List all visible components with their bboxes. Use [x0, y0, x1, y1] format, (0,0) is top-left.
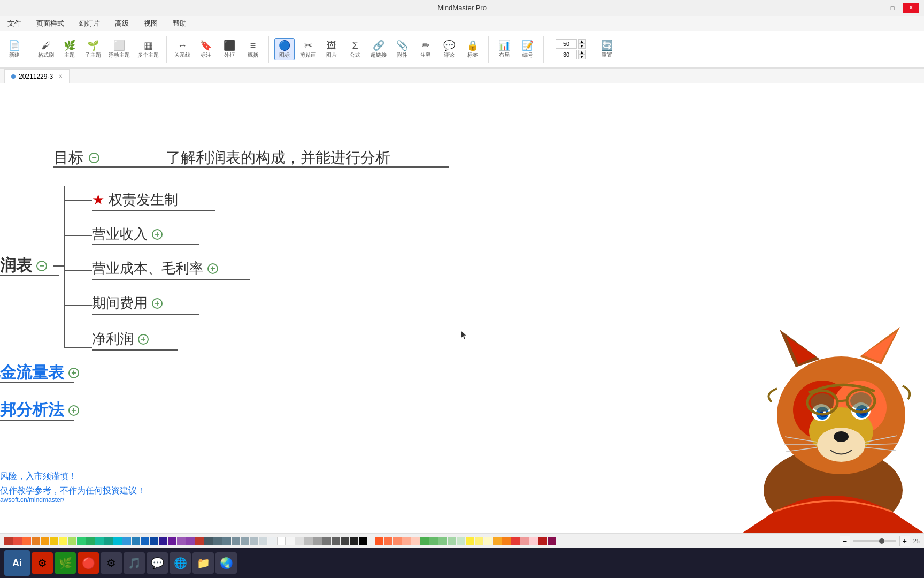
menu-slideshow[interactable]: 幻灯片 [76, 18, 103, 29]
spinner2-input[interactable] [556, 50, 577, 59]
tool-relation[interactable]: ↔ 关系线 [172, 39, 192, 60]
tool-attachment[interactable]: 📎 附件 [392, 39, 412, 60]
tool-multi[interactable]: ▦ 多个主题 [135, 39, 161, 60]
menu-file[interactable]: 文件 [4, 18, 25, 29]
color-swatch-42[interactable] [384, 537, 392, 545]
color-swatch-23[interactable] [204, 537, 213, 545]
color-swatch-53[interactable] [484, 537, 492, 545]
color-swatch-33[interactable] [295, 537, 304, 545]
tool-comment[interactable]: 💬 评论 [439, 39, 459, 60]
tool-icon[interactable]: 🔵 图标 [274, 38, 295, 60]
tool-frame[interactable]: ⬛ 外框 [219, 39, 240, 60]
taskbar-icon-5[interactable]: ⚙ [101, 552, 122, 574]
main-node-collapse[interactable]: − [36, 261, 47, 271]
taskbar-icon-7[interactable]: 💬 [147, 552, 168, 574]
color-swatch-15[interactable] [132, 537, 140, 545]
color-swatch-6[interactable] [50, 537, 58, 545]
color-swatch-26[interactable] [232, 537, 240, 545]
tab-close-icon[interactable]: ✕ [58, 73, 63, 79]
tool-format-brush[interactable]: 🖌 格式刷 [36, 39, 56, 60]
taskbar-icon-9[interactable]: 📁 [192, 552, 214, 574]
color-swatch-3[interactable] [22, 537, 31, 545]
color-swatch-51[interactable] [466, 537, 474, 545]
sub-node-2-expand[interactable]: + [152, 229, 163, 240]
sub-node-4-expand[interactable]: + [152, 298, 163, 309]
tool-theme[interactable]: 🌿 主题 [59, 39, 80, 60]
tool-formula[interactable]: Σ 公式 [345, 39, 365, 60]
color-swatch-44[interactable] [402, 537, 411, 545]
color-swatch-50[interactable] [457, 537, 465, 545]
tool-numbering[interactable]: 📝 编号 [518, 39, 538, 60]
spinner1-down[interactable]: ▼ [578, 44, 586, 49]
color-swatch-14[interactable] [122, 537, 131, 545]
color-swatch-20[interactable] [177, 537, 186, 545]
color-swatch-28[interactable] [250, 537, 258, 545]
color-swatch-39[interactable] [350, 537, 358, 545]
menu-view[interactable]: 视图 [141, 18, 161, 29]
tool-note[interactable]: ✏ 注释 [415, 39, 436, 60]
color-swatch-5[interactable] [41, 537, 49, 545]
tool-float[interactable]: ⬜ 浮动主题 [106, 39, 132, 60]
color-swatch-16[interactable] [141, 537, 149, 545]
tool-tag[interactable]: 🔒 标签 [463, 39, 483, 60]
color-swatch-32[interactable] [286, 537, 295, 545]
color-swatch-40[interactable] [359, 537, 367, 545]
color-swatch-11[interactable] [95, 537, 104, 545]
color-swatch-7[interactable] [59, 537, 67, 545]
tool-annotation[interactable]: 🔖 标注 [196, 39, 216, 60]
color-swatch-58[interactable] [529, 537, 538, 545]
sub-node-5-expand[interactable]: + [138, 334, 149, 345]
tool-new[interactable]: 📄 新建 [4, 39, 25, 60]
color-swatch-17[interactable] [150, 537, 158, 545]
cash-node-expand[interactable]: + [68, 368, 79, 378]
color-swatch-52[interactable] [475, 537, 483, 545]
taskbar-icon-8[interactable]: 🌐 [170, 552, 191, 574]
color-swatch-24[interactable] [213, 537, 222, 545]
color-swatch-22[interactable] [195, 537, 204, 545]
taskbar-icon-10[interactable]: 🌏 [215, 552, 237, 574]
color-swatch-12[interactable] [104, 537, 113, 545]
color-swatch-2[interactable] [13, 537, 22, 545]
zoom-out-button[interactable]: − [840, 536, 850, 546]
taskbar-icon-6[interactable]: 🎵 [124, 552, 145, 574]
ai-badge[interactable]: Ai [4, 550, 30, 576]
color-swatch-18[interactable] [159, 537, 167, 545]
color-swatch-8[interactable] [68, 537, 76, 545]
color-swatch-29[interactable] [259, 537, 267, 545]
minimize-button[interactable]: — [866, 3, 882, 13]
tool-sub-theme[interactable]: 🌱 子主题 [83, 39, 103, 60]
tool-reset[interactable]: 🔄 重置 [597, 39, 617, 60]
color-swatch-45[interactable] [411, 537, 420, 545]
color-swatch-1[interactable] [4, 537, 13, 545]
color-swatch-56[interactable] [511, 537, 520, 545]
taskbar-icon-2[interactable]: ⚙ [32, 552, 53, 574]
color-swatch-43[interactable] [393, 537, 402, 545]
color-swatch-36[interactable] [322, 537, 331, 545]
color-swatch-54[interactable] [493, 537, 502, 545]
spinner2-up[interactable]: ▲ [578, 50, 586, 55]
tool-clipart[interactable]: ✂ 剪贴画 [298, 39, 318, 60]
sub-node-3-expand[interactable]: + [207, 263, 218, 274]
zoom-in-button[interactable]: + [899, 536, 910, 546]
color-swatch-37[interactable] [332, 537, 340, 545]
color-swatch-55[interactable] [502, 537, 511, 545]
color-swatch-38[interactable] [341, 537, 349, 545]
color-swatch-49[interactable] [448, 537, 456, 545]
color-swatch-48[interactable] [438, 537, 447, 545]
color-swatch-31[interactable] [277, 537, 286, 545]
zoom-slider[interactable] [853, 540, 896, 542]
color-swatch-9[interactable] [77, 537, 86, 545]
color-swatch-46[interactable] [420, 537, 429, 545]
spinner2-down[interactable]: ▼ [578, 55, 586, 59]
spinner1-up[interactable]: ▲ [578, 39, 586, 44]
menu-page-style[interactable]: 页面样式 [33, 18, 67, 29]
color-swatch-21[interactable] [186, 537, 195, 545]
spinner1-input[interactable] [556, 39, 577, 49]
maximize-button[interactable]: □ [884, 3, 900, 13]
target-collapse-button[interactable]: − [89, 153, 99, 163]
dupont-node-expand[interactable]: + [68, 405, 79, 416]
color-swatch-35[interactable] [313, 537, 322, 545]
color-swatch-60[interactable] [548, 537, 556, 545]
color-swatch-19[interactable] [168, 537, 176, 545]
taskbar-icon-4[interactable]: 🔴 [78, 552, 99, 574]
